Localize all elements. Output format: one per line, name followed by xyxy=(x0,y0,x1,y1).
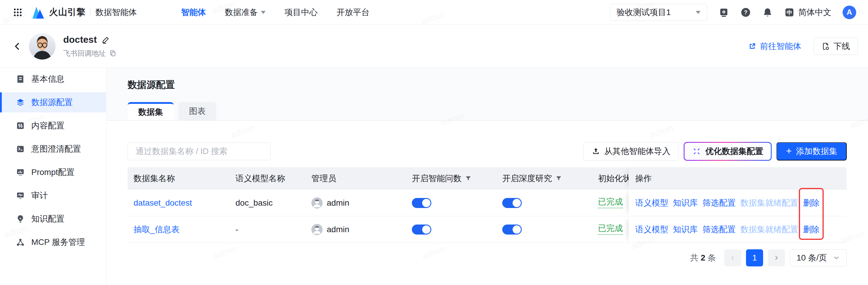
action-semantic-model[interactable]: 语义模型 xyxy=(635,198,668,209)
sidebar-item-intent-clarify-config[interactable]: 意图澄清配置 xyxy=(0,139,106,159)
chevron-down-icon xyxy=(261,11,266,14)
semantic-model-cell: doc_basic xyxy=(236,190,311,216)
pulse-monitor-icon xyxy=(16,191,25,200)
agent-name: doctest xyxy=(63,34,97,45)
next-page-button[interactable] xyxy=(768,249,785,266)
action-delete[interactable]: 删除 xyxy=(803,224,819,235)
add-dataset-button[interactable]: + 添加数据集 xyxy=(776,142,847,161)
action-filter-config[interactable]: 筛选配置 xyxy=(703,224,736,235)
deep-research-toggle[interactable] xyxy=(502,198,522,208)
col-header-smart-query: 开启智能问数 xyxy=(412,167,502,190)
dataset-panel: 从其他智能体导入 优化数据集配置 xyxy=(106,121,868,285)
col-header-init-status: 初始化状态 xyxy=(598,167,629,190)
smart-query-toggle[interactable] xyxy=(412,198,431,208)
external-link-icon xyxy=(748,42,756,50)
user-avatar[interactable]: A xyxy=(843,6,856,19)
pagination: 共2条 1 10 条/页 xyxy=(128,249,847,266)
page-number-button[interactable]: 1 xyxy=(746,249,763,266)
language-switcher[interactable]: 中 简体中文 xyxy=(784,7,831,18)
document-icon xyxy=(16,75,25,83)
sidebar-item-audit[interactable]: 审计 xyxy=(0,186,106,206)
goto-agent-link[interactable]: 前往智能体 xyxy=(748,41,801,52)
top-nav: 火山引擎 数据智能体 智能体 数据准备 项目中心 开放平台 验收测试项目1 ? … xyxy=(0,0,868,25)
copy-icon[interactable] xyxy=(109,50,116,57)
optimize-dataset-button[interactable]: 优化数据集配置 xyxy=(684,142,772,161)
action-knowledge-base[interactable]: 知识库 xyxy=(673,198,698,209)
offline-button[interactable]: 下线 xyxy=(814,38,858,55)
action-dataset-ready-config[interactable]: 数据集就绪配置 xyxy=(740,198,798,209)
nav-item-agent[interactable]: 智能体 xyxy=(181,7,206,18)
chevron-down-icon xyxy=(696,11,701,14)
brand[interactable]: 火山引擎 数据智能体 xyxy=(32,6,137,19)
status-badge: 已完成 xyxy=(598,198,623,209)
table-row: 抽取_信息表 - admin 已完成 语义模型 知识库 筛选配置 xyxy=(128,216,847,243)
admin-avatar-icon xyxy=(311,224,322,235)
page-title: 数据源配置 xyxy=(128,78,847,92)
suite-name: 数据智能体 xyxy=(95,7,137,18)
table-header-row: 数据集名称 语义模型名称 管理员 开启智能问数 开启深度研究 xyxy=(128,167,847,190)
tabbar: 数据集 图表 xyxy=(128,102,847,120)
sidebar-item-knowledge-config[interactable]: 知识配置 xyxy=(0,209,106,229)
sidebar: 基本信息 数据源配置 内容配置 意图澄清配置 Prompt配置 审计 知识配置 xyxy=(0,68,106,285)
edit-name-icon[interactable] xyxy=(102,36,110,44)
sidebar-item-data-source-config[interactable]: 数据源配置 xyxy=(0,92,106,112)
actions-cell: 语义模型 知识库 筛选配置 数据集就绪配置 删除 xyxy=(629,216,847,243)
feishu-callback-label[interactable]: 飞书回调地址 xyxy=(63,49,106,58)
lightbulb-icon xyxy=(16,214,25,223)
nav-item-open-platform[interactable]: 开放平台 xyxy=(337,7,370,18)
deep-research-toggle[interactable] xyxy=(502,224,522,235)
svg-text:中: 中 xyxy=(787,9,793,15)
language-icon: 中 xyxy=(784,7,795,18)
action-dataset-ready-config[interactable]: 数据集就绪配置 xyxy=(740,224,798,235)
table-row: dataset_doctest doc_basic admin 已完成 语义模型… xyxy=(128,190,847,216)
ai-sparkle-icon xyxy=(692,147,701,156)
sidebar-item-basic-info[interactable]: 基本信息 xyxy=(0,69,106,89)
sidebar-item-content-config[interactable]: 内容配置 xyxy=(0,116,106,136)
sidebar-item-mcp-service[interactable]: MCP 服务管理 xyxy=(0,232,106,252)
notification-bell-icon[interactable] xyxy=(762,7,773,18)
workbench-icon[interactable] xyxy=(718,7,729,18)
action-filter-config[interactable]: 筛选配置 xyxy=(703,198,736,209)
back-button[interactable] xyxy=(12,41,23,51)
page-size-value: 10 条/页 xyxy=(797,252,827,263)
agent-header: doctest 飞书回调地址 前往智能体 下线 xyxy=(0,25,868,68)
filter-icon[interactable] xyxy=(465,175,471,182)
tab-chart[interactable]: 图表 xyxy=(179,102,216,120)
actions-cell: 语义模型 知识库 筛选配置 数据集就绪配置 删除 xyxy=(629,190,847,216)
col-header-deep-research: 开启深度研究 xyxy=(502,167,598,190)
nav-item-project-center[interactable]: 项目中心 xyxy=(284,7,318,18)
action-delete[interactable]: 删除 xyxy=(803,198,819,209)
tab-dataset[interactable]: 数据集 xyxy=(128,102,174,120)
project-select-value: 验收测试项目1 xyxy=(617,7,671,18)
primary-nav: 智能体 数据准备 项目中心 开放平台 xyxy=(181,7,370,18)
terminal-icon xyxy=(16,145,25,153)
col-header-semantic-model: 语义模型名称 xyxy=(236,167,311,190)
app-grid-icon[interactable] xyxy=(13,8,23,17)
language-label: 简体中文 xyxy=(798,7,831,18)
smart-query-toggle[interactable] xyxy=(412,224,431,235)
action-semantic-model[interactable]: 语义模型 xyxy=(635,224,668,235)
dataset-name-link[interactable]: 抽取_信息表 xyxy=(133,224,180,235)
project-select[interactable]: 验收测试项目1 xyxy=(610,4,707,21)
page-size-select[interactable]: 10 条/页 xyxy=(790,249,847,266)
layers-icon xyxy=(16,98,25,107)
dataset-name-link[interactable]: dataset_doctest xyxy=(133,198,192,208)
import-from-agent-button[interactable]: 从其他智能体导入 xyxy=(583,142,679,161)
sidebar-item-prompt-config[interactable]: Prompt配置 xyxy=(0,162,106,182)
semantic-model-cell: - xyxy=(236,216,311,243)
admin-cell: admin xyxy=(311,190,412,216)
dataset-search-input[interactable] xyxy=(128,143,271,160)
help-icon[interactable]: ? xyxy=(740,7,751,18)
filter-icon[interactable] xyxy=(555,175,562,182)
col-header-actions: 操作 xyxy=(629,167,847,190)
plus-icon: + xyxy=(786,146,792,156)
divider xyxy=(90,8,91,17)
network-nodes-icon xyxy=(16,238,25,247)
total-count: 共2条 xyxy=(690,252,716,263)
status-badge: 已完成 xyxy=(598,224,623,235)
chart-monitor-icon xyxy=(16,168,25,177)
offline-icon xyxy=(822,42,830,50)
action-knowledge-base[interactable]: 知识库 xyxy=(673,224,698,235)
nav-item-data-prep[interactable]: 数据准备 xyxy=(225,7,266,18)
prev-page-button[interactable] xyxy=(724,249,741,266)
